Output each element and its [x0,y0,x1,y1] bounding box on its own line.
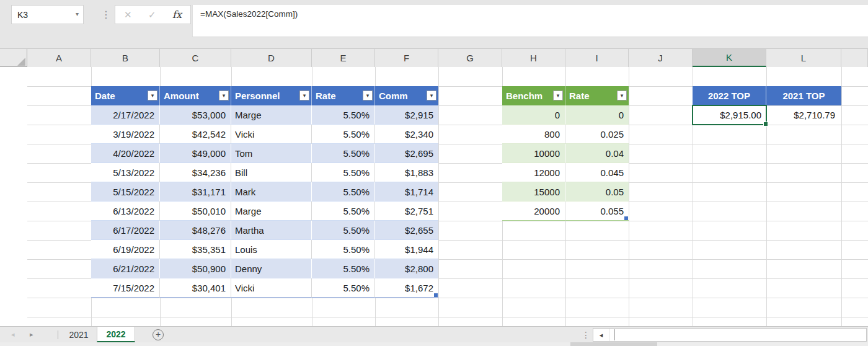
sales-table-cell[interactable]: Denny [231,259,312,278]
column-header-C[interactable]: C [160,49,231,67]
sales-table-cell[interactable]: 5.50% [312,105,375,125]
sales-table-cell[interactable]: $2,915 [375,105,438,125]
sales-table-cell[interactable]: $35,351 [160,240,231,259]
column-header-partial[interactable] [841,49,868,67]
benchmark-table-cell[interactable]: 0.045 [565,163,629,182]
sales-table-cell[interactable]: 3/19/2022 [91,125,160,144]
sales-table-cell[interactable]: 5.50% [312,163,375,182]
sales-table-cell[interactable]: 5.50% [312,144,375,163]
benchmark-table-cell[interactable]: 10000 [502,144,565,163]
column-header-L[interactable]: L [766,49,841,67]
sales-table-cell[interactable]: 6/17/2022 [91,221,160,240]
filter-dropdown-icon[interactable]: ▾ [553,91,563,100]
sales-table-cell[interactable]: 5.50% [312,240,375,259]
column-header-F[interactable]: F [375,49,438,67]
filter-dropdown-icon[interactable]: ▾ [363,91,373,100]
sales-table-cell[interactable]: $1,672 [375,278,438,298]
benchmark-table-cell[interactable]: 0.05 [565,182,629,202]
filter-dropdown-icon[interactable]: ▾ [219,91,229,100]
benchmark-table-cell[interactable]: 15000 [502,182,565,202]
sales-table-cell[interactable]: $53,000 [160,105,231,125]
outer-scrollbar-thumb[interactable] [570,342,657,346]
sales-table-header-comm[interactable]: Comm▾ [375,86,438,105]
sales-table-cell[interactable]: Bill [231,163,312,182]
sales-table-cell[interactable]: 6/19/2022 [91,240,160,259]
name-box[interactable]: K3 ▾ [11,5,84,24]
new-sheet-button[interactable]: + [153,329,164,340]
formula-bar[interactable]: =MAX(Sales2022[Comm]) [192,5,868,37]
sales-table-cell[interactable]: Martha [231,221,312,240]
benchmark-table-cell[interactable]: 0 [502,105,565,125]
sales-table-header-personnel[interactable]: Personnel▾ [231,86,312,105]
sales-table-cell[interactable]: 5/13/2022 [91,163,160,182]
benchmark-table-cell[interactable]: 0.025 [565,125,629,144]
column-header-K[interactable]: K [693,49,766,67]
sales-table-cell[interactable]: $1,883 [375,163,438,182]
filter-dropdown-icon[interactable]: ▾ [299,91,309,100]
benchmark-table-header-benchm[interactable]: Benchm▾ [502,86,565,105]
sales-table-cell[interactable]: Vicki [231,278,312,298]
benchmark-table-cell[interactable]: 0.055 [565,202,629,221]
sales-table-cell[interactable]: Mark [231,182,312,202]
select-all-button[interactable] [0,49,27,67]
sales-table-cell[interactable]: $48,276 [160,221,231,240]
sales-table-cell[interactable]: $2,800 [375,259,438,278]
sales-table-cell[interactable]: $1,944 [375,240,438,259]
sales-table-cell[interactable]: 7/15/2022 [91,278,160,298]
cancel-icon[interactable]: ✕ [124,9,132,20]
sheet-tab-2022[interactable]: 2022 [97,327,135,342]
column-header-H[interactable]: H [502,49,565,67]
sales-table-cell[interactable]: 6/13/2022 [91,202,160,221]
column-header-I[interactable]: I [565,49,629,67]
column-header-B[interactable]: B [91,49,160,67]
sheet-tab-2021[interactable]: 2021 [61,327,97,342]
insert-function-icon[interactable]: fx [172,9,182,20]
sales-table-cell[interactable]: $1,714 [375,182,438,202]
filter-dropdown-icon[interactable]: ▾ [148,91,157,100]
benchmark-table-header-rate[interactable]: Rate▾ [565,86,629,105]
sales-table-cell[interactable]: 5.50% [312,278,375,298]
filter-dropdown-icon[interactable]: ▾ [427,91,436,100]
enter-icon[interactable]: ✓ [148,9,156,20]
sales-table-cell[interactable]: Marge [231,202,312,221]
sales-table-cell[interactable]: Louis [231,240,312,259]
prev-sheet-icon[interactable]: ◂ [11,330,15,339]
sales-table-cell[interactable]: 5.50% [312,202,375,221]
cell-K2[interactable]: 2022 TOP [693,86,766,105]
sales-table-cell[interactable]: 5.50% [312,182,375,202]
sales-table-cell[interactable]: 5.50% [312,221,375,240]
table-resize-handle[interactable] [624,216,628,220]
sales-table-cell[interactable]: Marge [231,105,312,125]
sales-table-cell[interactable]: $49,000 [160,144,231,163]
sales-table-cell[interactable]: $50,900 [160,259,231,278]
sales-table-cell[interactable]: $50,010 [160,202,231,221]
filter-dropdown-icon[interactable]: ▾ [617,91,627,100]
column-header-A[interactable]: A [27,49,91,67]
column-header-E[interactable]: E [312,49,375,67]
sales-table-cell[interactable]: 6/21/2022 [91,259,160,278]
sales-table-cell[interactable]: $42,542 [160,125,231,144]
fill-handle[interactable] [763,122,768,126]
column-header-G[interactable]: G [438,49,502,67]
sales-table-cell[interactable]: Tom [231,144,312,163]
sales-table-cell[interactable]: 5.50% [312,259,375,278]
sales-table-header-amount[interactable]: Amount▾ [160,86,231,105]
sales-table-cell[interactable]: 5/15/2022 [91,182,160,202]
column-header-D[interactable]: D [231,49,312,67]
sales-table-cell[interactable]: 4/20/2022 [91,144,160,163]
sales-table-cell[interactable]: $34,236 [160,163,231,182]
sales-table-header-date[interactable]: Date▾ [91,86,160,105]
scroll-left-icon[interactable]: ◂ [593,329,609,341]
benchmark-table-cell[interactable]: 800 [502,125,565,144]
horizontal-scrollbar[interactable]: ◂ [593,328,867,342]
benchmark-table-cell[interactable]: 20000 [502,202,565,221]
benchmark-table-cell[interactable]: 12000 [502,163,565,182]
cell-L3[interactable]: $2,710.79 [766,105,841,125]
sales-table-cell[interactable]: $2,340 [375,125,438,144]
sales-table-cell[interactable]: 2/17/2022 [91,105,160,125]
drag-handle-icon[interactable]: ⋮ [582,330,590,340]
sales-table-header-rate[interactable]: Rate▾ [312,86,375,105]
sales-table-cell[interactable]: $2,695 [375,144,438,163]
chevron-down-icon[interactable]: ▾ [76,11,79,17]
sales-table-cell[interactable]: $30,401 [160,278,231,298]
